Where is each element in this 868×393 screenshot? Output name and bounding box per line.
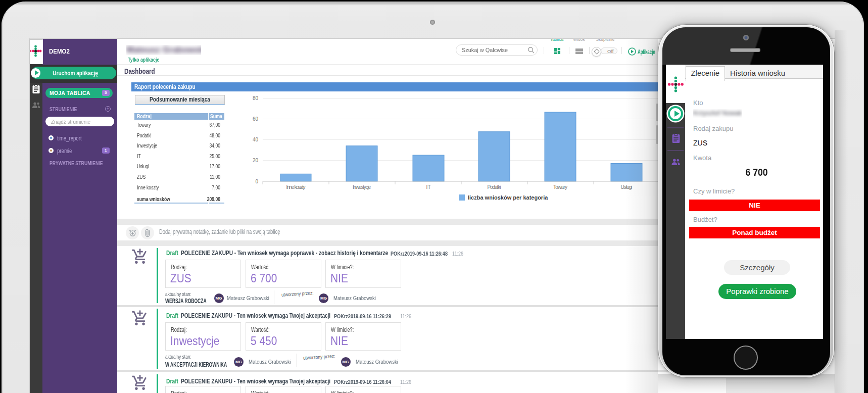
svg-text:Inne koszty: Inne koszty: [286, 184, 306, 190]
svg-text:liczba wniosków per kategoria: liczba wniosków per kategoria: [468, 194, 548, 201]
svg-text:60: 60: [253, 116, 259, 122]
svg-text:Towary: Towary: [553, 184, 567, 190]
svg-text:20: 20: [253, 158, 259, 163]
svg-text:40: 40: [253, 137, 259, 142]
svg-text:Podatki: Podatki: [488, 184, 501, 190]
svg-text:80: 80: [253, 95, 259, 101]
svg-text:Inwestycje: Inwestycje: [353, 184, 371, 190]
svg-text:0: 0: [255, 179, 258, 184]
svg-text:IT: IT: [426, 184, 431, 190]
